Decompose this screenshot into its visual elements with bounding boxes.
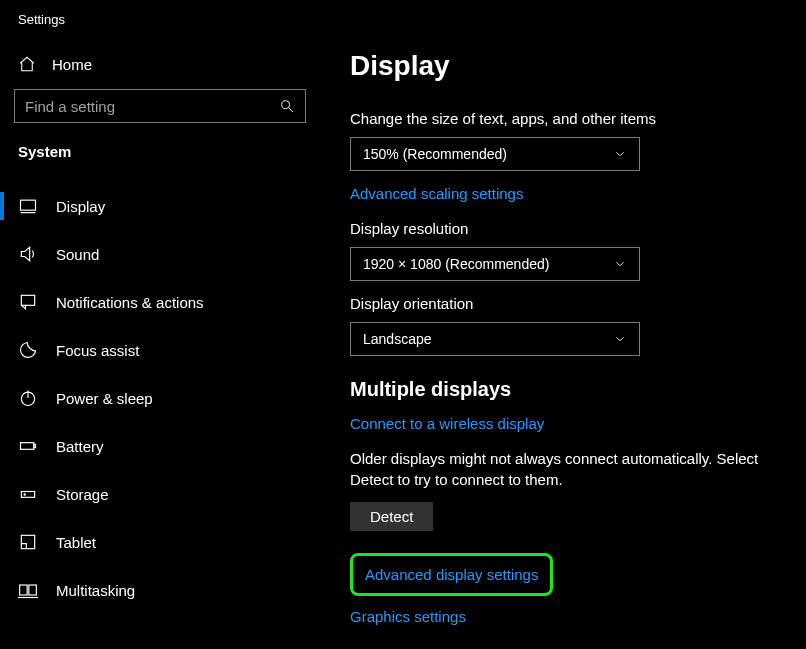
main-pane: Display Change the size of text, apps, a… [320,0,806,649]
advanced-scaling-link[interactable]: Advanced scaling settings [350,185,523,202]
svg-point-0 [282,101,290,109]
chevron-down-icon [613,257,627,271]
focus-assist-icon [18,340,38,360]
chevron-down-icon [613,147,627,161]
nav-label: Battery [56,438,104,455]
nav-label: Sound [56,246,99,263]
display-icon [18,196,38,216]
graphics-settings-link[interactable]: Graphics settings [350,608,466,625]
chevron-down-icon [613,332,627,346]
nav-label: Focus assist [56,342,139,359]
home-button[interactable]: Home [0,27,320,73]
advanced-display-highlight: Advanced display settings [350,553,553,596]
svg-point-10 [24,494,25,495]
battery-icon [18,436,38,456]
category-heading: System [0,123,320,170]
scale-dropdown[interactable]: 150% (Recommended) [350,137,640,171]
search-input[interactable] [25,98,265,115]
resolution-value: 1920 × 1080 (Recommended) [363,256,549,272]
search-icon [279,98,295,114]
scale-label: Change the size of text, apps, and other… [350,110,794,127]
home-label: Home [52,56,92,73]
page-heading: Display [350,50,794,82]
orientation-value: Landscape [363,331,432,347]
connect-wireless-link[interactable]: Connect to a wireless display [350,415,544,432]
power-icon [18,388,38,408]
svg-line-1 [289,108,293,112]
multitasking-icon [18,580,38,600]
orientation-dropdown[interactable]: Landscape [350,322,640,356]
nav-label: Display [56,198,105,215]
nav-list: Display Sound Notifications & actions Fo… [0,170,320,614]
nav-item-tablet[interactable]: Tablet [0,518,320,566]
svg-rect-8 [34,444,36,447]
orientation-label: Display orientation [350,295,794,312]
nav-item-focus-assist[interactable]: Focus assist [0,326,320,374]
nav-item-power-sleep[interactable]: Power & sleep [0,374,320,422]
notifications-icon [18,292,38,312]
sound-icon [18,244,38,264]
app-title: Settings [0,10,320,27]
nav-label: Multitasking [56,582,135,599]
storage-icon [18,484,38,504]
nav-label: Tablet [56,534,96,551]
resolution-dropdown[interactable]: 1920 × 1080 (Recommended) [350,247,640,281]
nav-item-display[interactable]: Display [0,182,320,230]
svg-rect-7 [21,443,34,450]
nav-item-multitasking[interactable]: Multitasking [0,566,320,614]
nav-item-sound[interactable]: Sound [0,230,320,278]
resolution-label: Display resolution [350,220,794,237]
nav-label: Storage [56,486,109,503]
svg-rect-2 [21,200,36,210]
svg-rect-13 [29,585,37,595]
settings-sidebar: Settings Home System Display Sound Notif… [0,0,320,649]
svg-rect-4 [21,295,34,305]
nav-item-battery[interactable]: Battery [0,422,320,470]
detect-button[interactable]: Detect [350,502,433,531]
tablet-icon [18,532,38,552]
advanced-display-link[interactable]: Advanced display settings [365,566,538,583]
nav-item-storage[interactable]: Storage [0,470,320,518]
home-icon [18,55,36,73]
scale-value: 150% (Recommended) [363,146,507,162]
search-box[interactable] [14,89,306,123]
multiple-displays-heading: Multiple displays [350,378,794,401]
svg-rect-11 [21,535,34,548]
nav-label: Power & sleep [56,390,153,407]
svg-rect-9 [21,492,34,498]
nav-label: Notifications & actions [56,294,204,311]
svg-rect-12 [20,585,28,595]
detect-description: Older displays might not always connect … [350,448,794,490]
nav-item-notifications[interactable]: Notifications & actions [0,278,320,326]
